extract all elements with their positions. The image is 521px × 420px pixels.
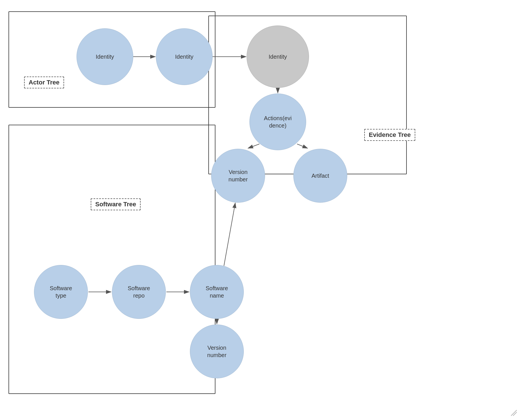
- artifact-node: Artifact: [293, 149, 347, 203]
- version-number-bottom-node: Versionnumber: [190, 324, 244, 378]
- software-repo-node: Softwarerepo: [112, 265, 166, 319]
- identity-node-3: Identity: [247, 26, 309, 88]
- diagram-container: Actor Tree Evidence Tree Software Tree: [0, 0, 521, 420]
- svg-line-11: [513, 412, 517, 416]
- version-number-top-node: Versionnumber: [211, 149, 265, 203]
- software-type-node: Softwaretype: [34, 265, 88, 319]
- actions-evidence-node: Actions(evidence): [249, 94, 306, 150]
- software-name-node: Softwarename: [190, 265, 244, 319]
- svg-line-9: [224, 203, 235, 266]
- software-tree-box: [9, 125, 215, 394]
- actor-tree-label: Actor Tree: [24, 77, 64, 88]
- evidence-tree-label: Evidence Tree: [364, 129, 415, 141]
- resize-indicator: [510, 409, 518, 417]
- software-tree-label: Software Tree: [91, 198, 141, 210]
- identity-node-2: Identity: [156, 28, 213, 85]
- identity-node-1: Identity: [77, 28, 133, 85]
